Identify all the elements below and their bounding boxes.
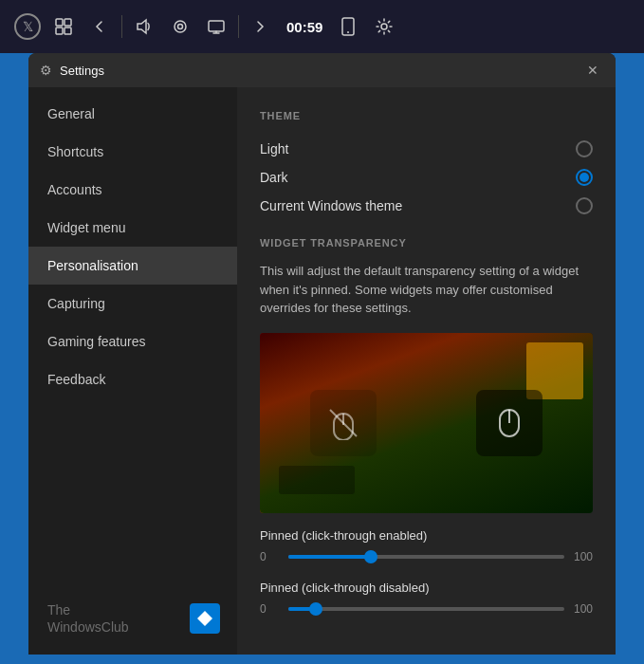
screen-icon[interactable] bbox=[198, 9, 234, 45]
time-display: 00:59 bbox=[286, 19, 322, 35]
sidebar-item-general[interactable]: General bbox=[28, 95, 237, 133]
divider bbox=[121, 15, 122, 38]
back-icon[interactable] bbox=[82, 9, 118, 45]
theme-windows-radio[interactable] bbox=[576, 197, 593, 214]
sidebar-item-widget-menu[interactable]: Widget menu bbox=[28, 209, 237, 247]
theme-dark-radio[interactable] bbox=[576, 169, 593, 186]
taskbar: 𝕏 00:59 bbox=[0, 0, 644, 53]
svg-point-10 bbox=[381, 24, 387, 29]
sidebar-item-capturing[interactable]: Capturing bbox=[28, 285, 237, 323]
slider2-max: 100 bbox=[574, 602, 593, 616]
theme-section-label: THEME bbox=[260, 110, 593, 121]
sidebar-item-gaming-features[interactable]: Gaming features bbox=[28, 323, 237, 360]
settings-window: ⚙ Settings ✕ General Shortcuts Accounts … bbox=[28, 53, 616, 655]
more-icon[interactable] bbox=[243, 9, 279, 45]
theme-windows-label: Current Windows theme bbox=[260, 198, 402, 213]
sidebar-item-feedback[interactable]: Feedback bbox=[28, 360, 237, 398]
slider1-fill bbox=[288, 555, 371, 559]
transparency-description: This will adjust the default transparenc… bbox=[260, 262, 593, 318]
slider1-thumb[interactable] bbox=[364, 550, 377, 563]
svg-marker-4 bbox=[138, 20, 146, 33]
theme-light-radio[interactable] bbox=[576, 140, 593, 157]
svg-rect-0 bbox=[56, 19, 63, 26]
theme-option-light[interactable]: Light bbox=[260, 135, 593, 163]
sidebar-item-shortcuts[interactable]: Shortcuts bbox=[28, 133, 237, 171]
slider2-row: 0 100 bbox=[260, 602, 593, 616]
theme-dark-label: Dark bbox=[260, 170, 288, 185]
divider2 bbox=[238, 15, 239, 38]
watermark-line1: The bbox=[47, 601, 129, 618]
transparency-preview bbox=[260, 333, 593, 513]
slider1-min: 0 bbox=[260, 550, 279, 563]
svg-point-5 bbox=[175, 21, 186, 32]
settings-title: Settings bbox=[60, 64, 574, 78]
svg-rect-1 bbox=[64, 19, 71, 26]
theme-option-windows[interactable]: Current Windows theme bbox=[260, 192, 593, 220]
svg-rect-2 bbox=[56, 28, 63, 34]
sidebar-item-personalisation[interactable]: Personalisation bbox=[28, 247, 237, 285]
slider1-max: 100 bbox=[574, 550, 593, 563]
settings-gear-icon[interactable] bbox=[366, 9, 402, 45]
slider1-label: Pinned (click-through enabled) bbox=[260, 528, 593, 543]
slider2-min: 0 bbox=[260, 602, 279, 616]
slider-clickthrough-enabled: Pinned (click-through enabled) 0 100 bbox=[260, 528, 593, 563]
settings-title-icon: ⚙ bbox=[40, 63, 52, 78]
slider2-track[interactable] bbox=[288, 607, 564, 611]
volume-icon[interactable] bbox=[126, 9, 162, 45]
windowsclub-logo bbox=[190, 603, 220, 634]
capture-icon[interactable] bbox=[162, 9, 198, 45]
slider1-track[interactable] bbox=[288, 555, 564, 559]
sidebar-item-accounts[interactable]: Accounts bbox=[28, 171, 237, 209]
svg-point-6 bbox=[178, 25, 183, 29]
settings-titlebar: ⚙ Settings ✕ bbox=[28, 53, 616, 87]
dashboard-icon[interactable] bbox=[46, 9, 82, 45]
preview-widget-transparent bbox=[310, 390, 377, 456]
svg-rect-3 bbox=[64, 28, 71, 34]
close-button[interactable]: ✕ bbox=[581, 59, 604, 82]
phone-icon[interactable] bbox=[330, 9, 366, 45]
watermark: The WindowsClub bbox=[47, 601, 129, 636]
theme-option-dark[interactable]: Dark bbox=[260, 163, 593, 192]
svg-rect-7 bbox=[209, 21, 224, 31]
theme-light-label: Light bbox=[260, 141, 288, 157]
sidebar: General Shortcuts Accounts Widget menu P… bbox=[28, 87, 237, 655]
transparency-section-label: WIDGET TRANSPARENCY bbox=[260, 237, 593, 249]
slider2-label: Pinned (click-through disabled) bbox=[260, 581, 593, 595]
preview-icons bbox=[260, 333, 593, 513]
xbox-icon[interactable]: 𝕏 bbox=[9, 9, 46, 45]
settings-content: THEME Light Dark Current Windows theme W… bbox=[237, 87, 616, 655]
slider-clickthrough-disabled: Pinned (click-through disabled) 0 100 bbox=[260, 581, 593, 616]
preview-widget-solid bbox=[476, 390, 543, 456]
slider2-thumb[interactable] bbox=[309, 602, 322, 616]
svg-point-9 bbox=[347, 31, 349, 33]
settings-body: General Shortcuts Accounts Widget menu P… bbox=[28, 87, 616, 655]
watermark-line2: WindowsClub bbox=[47, 618, 129, 636]
slider1-row: 0 100 bbox=[260, 550, 593, 563]
